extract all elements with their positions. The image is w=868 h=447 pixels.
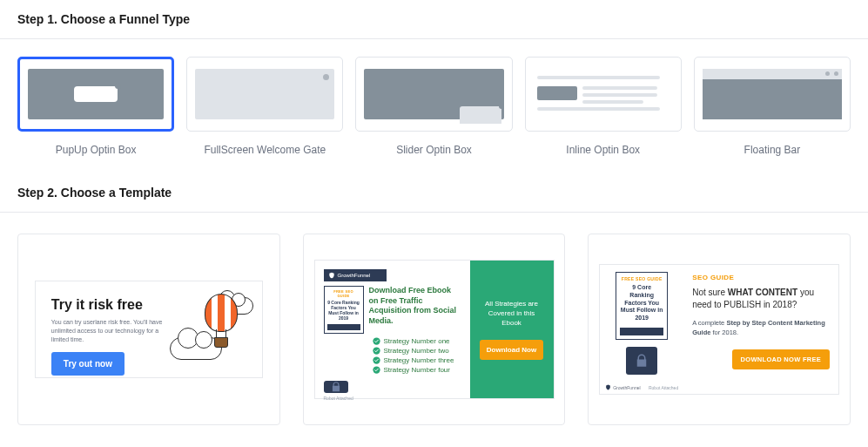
- funnel-type-fullscreen[interactable]: FullScreen Welcome Gate: [186, 57, 343, 156]
- list-item: Strategy Number four: [373, 366, 461, 374]
- template-preview: Try it risk free You can try userlane ri…: [35, 281, 263, 378]
- funnel-type-preview: [525, 57, 682, 132]
- strategy-list: Strategy Number oneStrategy Number twoSt…: [324, 334, 461, 376]
- brand-name: GrowthFunnel: [338, 273, 371, 278]
- funnel-type-label: Inline Optin Box: [566, 144, 640, 156]
- template3-kicker: SEO GUIDE: [692, 274, 830, 281]
- funnel-type-label: PupUp Optin Box: [56, 144, 137, 156]
- templates-row: Try it risk free You can try userlane ri…: [0, 213, 868, 446]
- list-item: Strategy Number three: [373, 356, 461, 364]
- funnel-type-label: FullScreen Welcome Gate: [204, 144, 326, 156]
- check-icon: [373, 337, 380, 345]
- lock-icon: [324, 381, 348, 393]
- step2-title: Step 2. Choose a Template: [0, 173, 868, 212]
- download-button[interactable]: Download Now: [480, 340, 543, 360]
- funnel-type-popup[interactable]: PupUp Optin Box: [17, 57, 174, 156]
- funnel-type-slider[interactable]: Slider Optin Box: [355, 57, 512, 156]
- funnel-type-label: Slider Optin Box: [396, 144, 472, 156]
- template3-sub: A complete Step by Step Content Marketin…: [692, 319, 830, 337]
- funnel-type-preview: [186, 57, 343, 132]
- funnel-type-label: Floating Bar: [744, 144, 801, 156]
- step1-title: Step 1. Choose a Funnel Type: [0, 0, 868, 38]
- template-preview: FREE SEO GUIDE 9 Core Ranking Factors Yo…: [599, 264, 839, 395]
- list-item: Strategy Number one: [373, 337, 461, 345]
- template-card-riskfree[interactable]: Try it risk free You can try userlane ri…: [17, 234, 280, 425]
- funnel-types-row: PupUp Optin BoxFullScreen Welcome GateSl…: [0, 39, 868, 173]
- brand-badge: GrowthFunnel: [605, 384, 640, 390]
- promo-text: All Strategies are Covered in this Ebook: [479, 299, 545, 328]
- lock-icon: [626, 347, 657, 375]
- brand-badge: GrowthFunnel: [324, 269, 387, 281]
- balloon-illustration: [175, 292, 252, 367]
- download-button[interactable]: DOWNLOAD NOW FREE: [732, 349, 831, 369]
- caption-text: Robot Attached: [324, 396, 461, 401]
- template-card-ebook[interactable]: GrowthFunnel FREE SEO GUIDE 9 Core Ranki…: [303, 234, 566, 425]
- check-icon: [373, 347, 380, 355]
- caption-text: Robot Attached: [649, 385, 678, 390]
- list-item: Strategy Number two: [373, 347, 461, 355]
- funnel-type-preview: [694, 57, 851, 132]
- template-preview: GrowthFunnel FREE SEO GUIDE 9 Core Ranki…: [314, 260, 555, 399]
- template1-title: Try it risk free: [51, 297, 143, 313]
- template-card-seoguide[interactable]: FREE SEO GUIDE 9 Core Ranking Factors Yo…: [588, 234, 851, 425]
- template1-subtitle: You can try userlane risk free. You'll h…: [51, 318, 170, 343]
- funnel-type-preview: [355, 57, 512, 132]
- booklet-icon: FREE SEO GUIDE 9 Core Ranking Factors Yo…: [324, 286, 364, 334]
- shield-icon: [328, 272, 335, 279]
- check-icon: [373, 366, 380, 374]
- booklet-icon: FREE SEO GUIDE 9 Core Ranking Factors Yo…: [616, 272, 668, 340]
- template3-headline: Not sure WHAT CONTENT you need to PUBLIS…: [692, 287, 830, 310]
- funnel-type-preview: [17, 57, 174, 132]
- try-out-button[interactable]: Try out now: [51, 352, 124, 376]
- funnel-type-inline[interactable]: Inline Optin Box: [525, 57, 682, 156]
- check-icon: [373, 356, 380, 364]
- funnel-type-floating[interactable]: Floating Bar: [694, 57, 851, 156]
- shield-icon: [605, 384, 611, 390]
- template2-heading: Download Free Ebook on Free Traffic Acqu…: [364, 286, 461, 334]
